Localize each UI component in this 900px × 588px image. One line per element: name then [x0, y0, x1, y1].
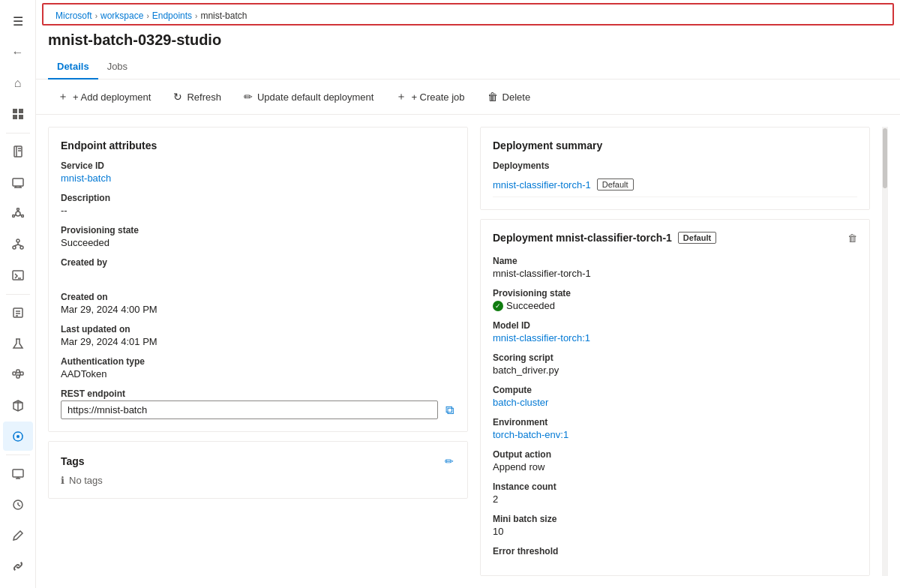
- home-icon[interactable]: ⌂: [3, 68, 33, 98]
- created-on-label: Created on: [61, 292, 455, 302]
- breadcrumb-current: mnist-batch: [200, 10, 247, 21]
- deployment-detail-header: Deployment mnist-classifier-torch-1 Defa…: [493, 232, 857, 244]
- provisioning-state-value: Succeeded: [61, 237, 455, 248]
- svg-point-20: [13, 246, 16, 249]
- detail-compute-value[interactable]: batch-cluster: [493, 397, 857, 408]
- svg-point-14: [21, 214, 23, 217]
- no-tags-text: ℹ No tags: [61, 475, 455, 486]
- breadcrumb-microsoft[interactable]: Microsoft: [56, 10, 92, 21]
- refresh-icon: ↻: [173, 91, 182, 103]
- tabs-bar: Details Jobs: [36, 55, 900, 80]
- deployment-detail-title-row: Deployment mnist-classifier-torch-1 Defa…: [493, 232, 716, 244]
- terminal-icon[interactable]: [3, 260, 33, 290]
- svg-line-18: [14, 214, 16, 215]
- page-title: mnist-batch-0329-studio: [36, 28, 900, 55]
- update-icon: ✏: [244, 91, 253, 103]
- edit-icon[interactable]: [3, 521, 33, 550]
- svg-rect-3: [19, 115, 23, 119]
- network-icon[interactable]: [3, 199, 33, 228]
- info-icon: ℹ: [61, 475, 64, 486]
- pipelines-icon[interactable]: [3, 360, 33, 389]
- svg-line-38: [20, 374, 20, 376]
- svg-line-24: [18, 244, 22, 246]
- compute-icon[interactable]: [3, 168, 33, 197]
- svg-rect-33: [16, 370, 20, 373]
- deployment-summary-name[interactable]: mnist-classifier-torch-1: [493, 179, 591, 190]
- endpoints-icon[interactable]: [3, 422, 33, 451]
- deployment-row: mnist-classifier-torch-1 Default: [493, 172, 857, 197]
- tab-jobs[interactable]: Jobs: [98, 55, 136, 80]
- svg-rect-42: [13, 470, 23, 477]
- tab-details[interactable]: Details: [48, 55, 98, 80]
- detail-env-value[interactable]: torch-batch-env:1: [493, 429, 857, 440]
- breadcrumb-endpoints[interactable]: Endpoints: [152, 10, 192, 21]
- tags-card: Tags ✏ ℹ No tags: [48, 441, 468, 499]
- service-id-value[interactable]: mnist-batch: [61, 172, 455, 184]
- add-icon: ＋: [58, 90, 68, 104]
- deployment-detail-badge: Default: [678, 232, 716, 244]
- svg-point-12: [16, 212, 20, 216]
- scrollbar[interactable]: [882, 127, 888, 576]
- breadcrumb-workspace[interactable]: workspace: [100, 10, 143, 21]
- detail-name-label: Name: [493, 256, 857, 266]
- link-icon[interactable]: [3, 552, 33, 581]
- svg-point-13: [16, 208, 19, 210]
- dashboard-icon[interactable]: [3, 100, 33, 129]
- last-updated-value: Mar 29, 2024 4:01 PM: [61, 336, 455, 347]
- main-content: Microsoft › workspace › Endpoints › mnis…: [36, 0, 900, 588]
- description-value: --: [61, 205, 455, 216]
- succeeded-icon: ✓: [493, 301, 503, 311]
- rest-endpoint-row: ⧉: [61, 400, 455, 419]
- detail-output-label: Output action: [493, 449, 857, 460]
- content-area: Endpoint attributes Service ID mnist-bat…: [36, 115, 900, 588]
- deployment-detail-title-text: Deployment mnist-classifier-torch-1: [493, 232, 672, 244]
- svg-line-23: [14, 244, 18, 246]
- svg-rect-0: [13, 109, 17, 113]
- rest-endpoint-label: REST endpoint: [61, 388, 455, 399]
- rest-endpoint-input[interactable]: [61, 400, 438, 419]
- jobs-icon[interactable]: [3, 298, 33, 328]
- svg-point-41: [16, 435, 20, 438]
- breadcrumb-sep-3: ›: [195, 12, 197, 20]
- add-deployment-button[interactable]: ＋ + Add deployment: [48, 86, 160, 108]
- right-panel: Deployment summary Deployments mnist-cla…: [480, 127, 870, 576]
- svg-line-47: [18, 505, 20, 506]
- tags-header: Tags ✏: [61, 454, 455, 469]
- create-job-button[interactable]: ＋ + Create job: [386, 86, 474, 108]
- svg-rect-8: [13, 178, 23, 186]
- deployment-delete-icon[interactable]: 🗑: [848, 232, 857, 244]
- endpoint-attributes-title: Endpoint attributes: [61, 140, 455, 152]
- toolbar: ＋ + Add deployment ↻ Refresh ✏ Update de…: [36, 80, 900, 115]
- hamburger-icon[interactable]: ☰: [3, 7, 33, 36]
- refresh-button[interactable]: ↻ Refresh: [164, 86, 231, 107]
- clock-icon[interactable]: [3, 490, 33, 520]
- tags-edit-icon[interactable]: ✏: [443, 454, 455, 469]
- delete-button[interactable]: 🗑 Delete: [478, 86, 541, 107]
- detail-minibatch-label: Mini batch size: [493, 514, 857, 524]
- detail-minibatch-value: 10: [493, 526, 857, 537]
- breadcrumb-sep-2: ›: [146, 12, 148, 20]
- svg-point-15: [12, 214, 14, 217]
- created-by-label: Created by: [61, 257, 455, 268]
- created-on-value: Mar 29, 2024 4:00 PM: [61, 304, 455, 315]
- detail-model-value[interactable]: mnist-classifier-torch:1: [493, 332, 857, 344]
- last-updated-label: Last updated on: [61, 324, 455, 334]
- back-icon[interactable]: ←: [3, 38, 33, 67]
- sidebar: ☰ ← ⌂: [0, 0, 36, 588]
- tree-icon[interactable]: [3, 230, 33, 259]
- detail-instance-label: Instance count: [493, 482, 857, 492]
- endpoint-attributes-card: Endpoint attributes Service ID mnist-bat…: [48, 127, 468, 432]
- deployment-summary-badge: Default: [597, 178, 634, 190]
- svg-line-17: [20, 214, 21, 215]
- notebook-icon[interactable]: [3, 137, 33, 166]
- monitor-icon[interactable]: [3, 459, 33, 488]
- service-id-label: Service ID: [61, 160, 455, 171]
- models-icon[interactable]: [3, 391, 33, 420]
- scrollbar-thumb[interactable]: [883, 128, 887, 188]
- update-default-button[interactable]: ✏ Update default deployment: [234, 86, 383, 107]
- auth-type-label: Authentication type: [61, 356, 455, 367]
- svg-rect-1: [19, 109, 23, 113]
- detail-scoring-label: Scoring script: [493, 352, 857, 363]
- copy-icon[interactable]: ⧉: [444, 402, 455, 418]
- experiments-icon[interactable]: [3, 329, 33, 358]
